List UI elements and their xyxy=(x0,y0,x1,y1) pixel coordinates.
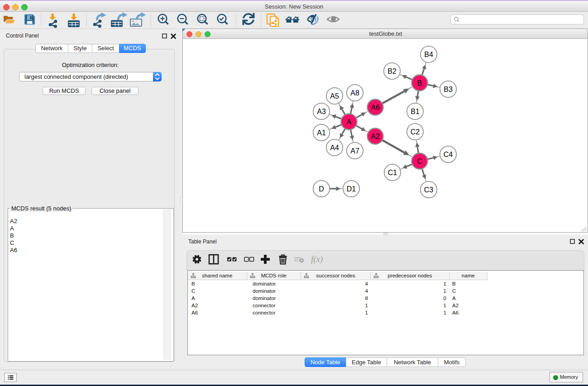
svg-text:A2: A2 xyxy=(371,133,380,140)
svg-text:C4: C4 xyxy=(444,151,453,158)
svg-text:A3: A3 xyxy=(317,108,326,115)
svg-text:C: C xyxy=(417,157,422,165)
svg-text:A6: A6 xyxy=(371,104,380,111)
svg-text:B: B xyxy=(417,79,422,87)
svg-text:A4: A4 xyxy=(330,144,339,152)
svg-text:A8: A8 xyxy=(350,89,359,97)
svg-text:B3: B3 xyxy=(444,86,453,93)
svg-text:B1: B1 xyxy=(411,108,420,115)
svg-text:A5: A5 xyxy=(330,92,339,100)
svg-text:B4: B4 xyxy=(424,51,433,58)
svg-text:f(x): f(x) xyxy=(311,254,323,264)
svg-text:D: D xyxy=(319,185,324,193)
svg-text:C3: C3 xyxy=(424,186,434,194)
svg-text:A7: A7 xyxy=(350,147,359,155)
svg-text:A: A xyxy=(347,118,352,126)
svg-text:C2: C2 xyxy=(411,128,420,136)
svg-text:A1: A1 xyxy=(317,129,326,137)
svg-text:B2: B2 xyxy=(387,67,397,75)
svg-text:D1: D1 xyxy=(347,185,356,193)
svg-text:C1: C1 xyxy=(388,169,397,176)
